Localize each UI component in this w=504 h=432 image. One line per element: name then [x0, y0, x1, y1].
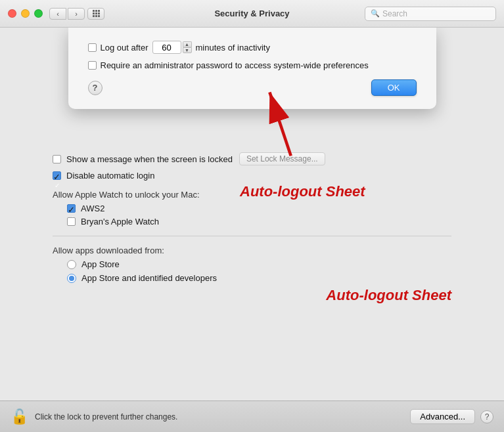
show-message-checkbox[interactable]: [53, 155, 61, 163]
nav-buttons: ‹ ›: [49, 8, 85, 20]
sheet-bottom-row: ? OK: [88, 79, 417, 96]
forward-button[interactable]: ›: [68, 8, 85, 20]
disable-autologin-checkbox[interactable]: ✓: [53, 171, 61, 180]
show-message-row: Show a message when the screen is locked…: [53, 152, 451, 165]
logout-checkbox[interactable]: [88, 43, 97, 52]
search-input[interactable]: [382, 9, 490, 18]
app-store-radio[interactable]: [67, 260, 76, 269]
stepper-down[interactable]: ▼: [183, 47, 192, 53]
minutes-stepper[interactable]: ▲ ▼: [183, 41, 192, 53]
grid-icon: [93, 10, 100, 17]
lock-icon: 🔓: [11, 408, 28, 425]
content-panel: Show a message when the screen is locked…: [0, 139, 504, 300]
app-store-identified-radio[interactable]: [67, 274, 76, 283]
auto-logout-annotation-text: Auto-logout Sheet: [326, 287, 451, 304]
apple-watch-items: ✓ AWS2 Bryan's Apple Watch: [67, 204, 451, 227]
allow-apps-label: Allow apps downloaded from:: [53, 246, 451, 255]
divider: [53, 236, 451, 236]
lock-label: Click the lock to prevent further change…: [35, 412, 410, 421]
autologout-sheet: Log out after ▲ ▼ minutes of inactivity …: [68, 28, 436, 109]
app-store-label: App Store: [81, 259, 120, 269]
minimize-button[interactable]: [21, 9, 30, 18]
logout-prefix-label: Log out after: [101, 43, 149, 53]
logout-row: Log out after ▲ ▼ minutes of inactivity: [88, 41, 417, 54]
sheet-help-button[interactable]: ?: [88, 81, 103, 95]
traffic-lights: [8, 9, 43, 18]
grid-button[interactable]: [87, 8, 104, 20]
radio-group: App Store App Store and identified devel…: [67, 259, 451, 283]
zoom-button[interactable]: [34, 9, 43, 18]
bryan-watch-label: Bryan's Apple Watch: [81, 217, 159, 227]
ok-button[interactable]: OK: [371, 79, 417, 96]
logout-suffix-label: minutes of inactivity: [196, 43, 270, 53]
require-password-label: Require an administrator password to acc…: [101, 60, 369, 70]
aws2-label: AWS2: [81, 204, 104, 213]
disable-autologin-row: ✓ Disable automatic login: [53, 171, 451, 181]
radio-row: App Store: [67, 259, 451, 269]
bottom-bar: 🔓 Click the lock to prevent further chan…: [0, 400, 504, 432]
set-lock-message-button[interactable]: Set Lock Message...: [239, 152, 325, 165]
titlebar: ‹ › Security & Privacy 🔍: [0, 0, 504, 28]
search-box[interactable]: 🔍: [365, 7, 496, 21]
require-password-row: Require an administrator password to acc…: [88, 60, 417, 70]
stepper-up[interactable]: ▲: [183, 41, 192, 47]
advanced-button[interactable]: Advanced...: [410, 409, 475, 424]
list-item: ✓ AWS2: [67, 204, 451, 213]
logout-minutes-input[interactable]: [152, 41, 181, 54]
app-store-identified-label: App Store and identified developers: [81, 273, 217, 283]
apple-watch-section-label: Allow Apple Watch to unlock your Mac:: [53, 190, 451, 200]
window-title: Security & Privacy: [214, 9, 289, 18]
list-item: Bryan's Apple Watch: [67, 217, 451, 227]
require-password-checkbox[interactable]: [88, 61, 97, 70]
close-button[interactable]: [8, 9, 16, 18]
bottom-help-button[interactable]: ?: [480, 410, 493, 423]
main-content: Log out after ▲ ▼ minutes of inactivity …: [0, 28, 504, 432]
bryan-watch-checkbox[interactable]: [67, 217, 76, 226]
search-icon: 🔍: [371, 9, 380, 18]
show-message-label: Show a message when the screen is locked: [66, 154, 233, 164]
aws2-checkbox[interactable]: ✓: [67, 204, 76, 213]
back-button[interactable]: ‹: [49, 8, 66, 20]
radio-row: App Store and identified developers: [67, 273, 451, 283]
disable-autologin-label: Disable automatic login: [66, 171, 154, 181]
